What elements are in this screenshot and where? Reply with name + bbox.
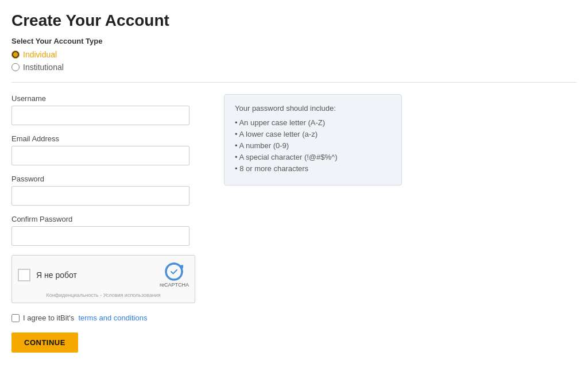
password-info-box: Your password should include: An upper c… bbox=[224, 94, 402, 185]
terms-checkbox[interactable] bbox=[11, 314, 20, 322]
password-label: Password bbox=[11, 175, 207, 183]
username-label: Username bbox=[11, 94, 207, 103]
individual-label: Individual bbox=[23, 50, 57, 59]
section-divider bbox=[11, 82, 577, 83]
page-title: Create Your Account bbox=[11, 11, 577, 30]
captcha-footer: Конфиденциальность - Условия использован… bbox=[18, 292, 189, 298]
password-rule-4: A special character (!@#$%^) bbox=[235, 153, 391, 161]
account-type-group: Individual Institutional bbox=[11, 50, 577, 72]
terms-text: I agree to itBit's terms and conditions bbox=[23, 314, 147, 322]
continue-button[interactable]: CONTINUE bbox=[11, 332, 78, 353]
confirm-password-input[interactable] bbox=[11, 226, 189, 246]
account-type-label: Select Your Account Type bbox=[11, 37, 577, 45]
terms-row: I agree to itBit's terms and conditions bbox=[11, 314, 207, 322]
recaptcha-icon bbox=[165, 262, 183, 281]
password-input[interactable] bbox=[11, 186, 189, 206]
main-content: Username Email Address Password Confirm … bbox=[11, 94, 577, 353]
captcha-main: Я не робот reCAPTCHA bbox=[18, 262, 189, 288]
recaptcha-brand-label: reCAPTCHA bbox=[160, 282, 189, 288]
username-group: Username bbox=[11, 94, 207, 125]
password-rule-3: A number (0-9) bbox=[235, 141, 391, 150]
username-input[interactable] bbox=[11, 106, 189, 125]
account-type-individual[interactable]: Individual bbox=[11, 50, 577, 59]
captcha-logo: reCAPTCHA bbox=[160, 262, 189, 288]
institutional-label: Institutional bbox=[23, 63, 64, 72]
password-rule-2: A lower case letter (a-z) bbox=[235, 130, 391, 138]
email-label: Email Address bbox=[11, 134, 207, 143]
account-type-institutional[interactable]: Institutional bbox=[11, 63, 577, 72]
captcha-checkbox[interactable] bbox=[18, 269, 30, 281]
password-group: Password bbox=[11, 175, 207, 206]
password-rules-list: An upper case letter (A-Z) A lower case … bbox=[235, 118, 391, 173]
password-info-title: Your password should include: bbox=[235, 104, 391, 113]
form-section: Username Email Address Password Confirm … bbox=[11, 94, 207, 353]
terms-link[interactable]: terms and conditions bbox=[78, 314, 147, 322]
email-group: Email Address bbox=[11, 134, 207, 165]
password-rule-5: 8 or more characters bbox=[235, 164, 391, 173]
captcha-text: Я не робот bbox=[36, 270, 77, 280]
password-rule-1: An upper case letter (A-Z) bbox=[235, 118, 391, 127]
confirm-password-label: Confirm Password bbox=[11, 215, 207, 223]
confirm-password-group: Confirm Password bbox=[11, 215, 207, 246]
captcha-left: Я не робот bbox=[18, 269, 77, 281]
email-input[interactable] bbox=[11, 146, 189, 165]
captcha-box: Я не робот reCAPTCHA Конфиденциальность … bbox=[11, 255, 195, 303]
